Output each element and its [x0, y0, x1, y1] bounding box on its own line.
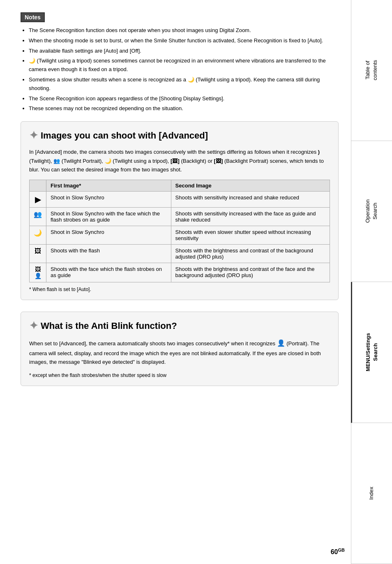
page-num: 60	[331, 548, 338, 555]
sidebar-tab-toc-label: Table ofcontents	[364, 60, 379, 80]
page-suffix: GB	[338, 548, 345, 552]
image-table: First Image* Second Image ▶ Shoot in Slo…	[29, 180, 330, 282]
sidebar-tab-operation[interactable]: OperationSearch	[351, 141, 392, 282]
list-item: Sometimes a slow shutter results when a …	[29, 76, 339, 93]
row-second: Shoots with the brightness and contrast …	[171, 263, 330, 282]
row-first: Shoot in Slow Synchro	[46, 226, 171, 245]
section2-body: When set to [Advanced], the camera autom…	[29, 338, 330, 366]
col-first-image: First Image*	[46, 180, 171, 192]
sidebar-tab-index-label: Index	[368, 487, 375, 500]
row-second: Shoots with sensitivity increased with t…	[171, 208, 330, 226]
row-second: Shoots with sensitivity increased and sh…	[171, 192, 330, 208]
row-first: Shoots with the face which the flash str…	[46, 263, 171, 282]
section1-body: In [Advanced] mode, the camera shoots tw…	[29, 148, 330, 174]
section2-title-text: What is the Anti Blink function?	[41, 321, 177, 331]
row-second: Shoots with the brightness and contrast …	[171, 245, 330, 263]
row-first: Shoots with the flash	[46, 245, 171, 263]
list-item: The Scene Recognition function does not …	[29, 26, 339, 35]
anti-blink-section: ✦ What is the Anti Blink function? When …	[21, 312, 339, 386]
list-item: The Scene Recognition icon appears regar…	[29, 95, 339, 103]
table-row: 🌙 Shoot in Slow Synchro Shoots with even…	[30, 226, 330, 245]
col-second-image: Second Image	[171, 180, 330, 192]
advanced-section: ✦ Images you can shoot with [Advanced] I…	[21, 121, 339, 300]
col-icon	[30, 180, 46, 192]
table-row: ▶ Shoot in Slow Synchro Shoots with sens…	[30, 192, 330, 208]
section1-title-text: Images you can shoot with [Advanced]	[41, 130, 208, 141]
table-row: 🖼 Shoots with the flash Shoots with the …	[30, 245, 330, 263]
table-row: 🖼👤 Shoots with the face which the flash …	[30, 263, 330, 282]
notes-label: Notes	[21, 12, 45, 22]
right-sidebar: Table ofcontents OperationSearch MENU/Se…	[351, 0, 392, 564]
section2-title: ✦ What is the Anti Blink function?	[29, 319, 330, 332]
list-item: The available flash settings are [Auto] …	[29, 47, 339, 55]
sidebar-tab-menu[interactable]: MENU/SettingsSearch	[351, 282, 392, 423]
row-icon: 🌙	[30, 226, 46, 245]
list-item: 🌙 (Twilight using a tripod) scenes somet…	[29, 57, 339, 74]
section1-footnote: * When flash is set to [Auto].	[29, 287, 330, 292]
row-icon: 🖼	[30, 245, 46, 263]
sidebar-tab-operation-label: OperationSearch	[364, 199, 379, 223]
row-first: Shoot in Slow Synchro	[46, 192, 171, 208]
section1-title: ✦ Images you can shoot with [Advanced]	[29, 129, 330, 142]
page-number: 60GB	[331, 548, 345, 556]
row-first: Shoot in Slow Synchro with the face whic…	[46, 208, 171, 226]
notes-list: The Scene Recognition function does not …	[21, 26, 339, 113]
sidebar-tab-menu-label: MENU/SettingsSearch	[364, 333, 379, 371]
row-second: Shoots with even slower shutter speed wi…	[171, 226, 330, 245]
main-content: Notes The Scene Recognition function doe…	[12, 0, 347, 410]
table-row: 👥 Shoot in Slow Synchro with the face wh…	[30, 208, 330, 226]
row-icon: ▶	[30, 192, 46, 208]
section2-footnote: * except when the flash strobes/when the…	[29, 372, 330, 378]
list-item: When the shooting mode is set to burst, …	[29, 37, 339, 45]
sidebar-tab-toc[interactable]: Table ofcontents	[351, 0, 392, 141]
sidebar-tab-index[interactable]: Index	[351, 423, 392, 564]
notes-section: Notes The Scene Recognition function doe…	[21, 12, 339, 113]
sun-icon-2: ✦	[29, 319, 38, 332]
row-icon: 👥	[30, 208, 46, 226]
sun-icon: ✦	[29, 129, 38, 142]
list-item: These scenes may not be recognized depen…	[29, 104, 339, 113]
row-icon: 🖼👤	[30, 263, 46, 282]
